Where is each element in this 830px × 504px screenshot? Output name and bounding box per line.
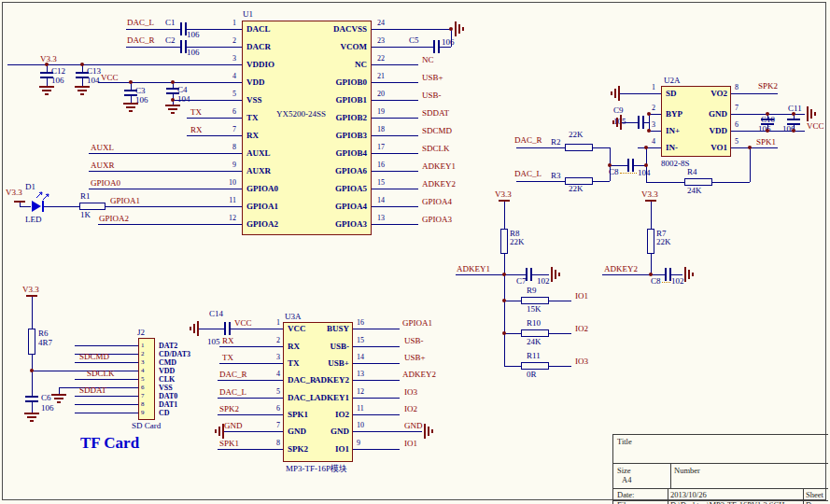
pin-number: 7 (265, 422, 280, 429)
pin-number: 8 (141, 400, 145, 408)
junction-dot (644, 163, 648, 167)
ground-icon (165, 105, 180, 106)
junction-dot (502, 331, 506, 335)
pin-number: 3 (218, 55, 236, 63)
wire (353, 329, 400, 329)
ref-label: 102 (537, 277, 550, 286)
pin-number: 5 (735, 138, 750, 146)
net-label: SPK2 (758, 82, 778, 91)
pin-number: 21 (377, 73, 396, 80)
pin-name: IO1 (289, 444, 349, 454)
capacitor (40, 77, 53, 78)
net-label: IO2 (575, 325, 588, 333)
net-label: USB- (404, 337, 424, 345)
capacitor (638, 116, 640, 129)
net-label: RX (222, 337, 234, 345)
wire (89, 189, 242, 189)
junction-dot (171, 80, 175, 84)
pin-name: GPIOB4 (276, 148, 367, 158)
ref-label: C1 (165, 19, 176, 27)
net-label: TX (190, 108, 202, 117)
capacitor (632, 159, 634, 172)
leader-dots (662, 282, 670, 283)
ref-label: C7 (516, 277, 527, 286)
pin-name: GPIOA6 (276, 166, 367, 175)
ground-icon (45, 93, 49, 95)
pin-name: DAT2 (159, 342, 177, 350)
pin-number: 3 (141, 358, 145, 366)
wire (218, 398, 283, 399)
pin-number: 24 (377, 20, 396, 27)
pin-name: VSS (246, 95, 262, 105)
pin-number: 16 (377, 161, 396, 169)
ground-icon (42, 90, 51, 91)
capacitor (25, 396, 38, 398)
net-label: GPIOA1 (402, 319, 432, 328)
ground-icon (218, 427, 220, 436)
wire (372, 206, 418, 207)
junction-dot (502, 299, 506, 302)
wire (32, 371, 138, 371)
ground-icon (428, 427, 429, 436)
net-label: DAC_R (219, 371, 247, 379)
ground-icon (555, 270, 556, 279)
capacitor (526, 268, 528, 281)
pin-number: 6 (265, 405, 280, 413)
capacitor (180, 22, 182, 35)
ground-icon (129, 110, 133, 112)
wire (32, 371, 33, 396)
ic-ref: U2A (664, 77, 681, 85)
ref-label: 22K (569, 131, 584, 139)
pin-name: DACVSS (276, 24, 367, 34)
junction-dot (449, 27, 453, 31)
net-label: DAC_R (127, 36, 155, 45)
pin-number: 9 (141, 409, 145, 416)
pin-name: NC (276, 60, 367, 69)
pin-number: 2 (640, 105, 655, 112)
pin-name: GPIOA4 (276, 202, 367, 211)
pin-name: VO1 (668, 143, 727, 152)
ref-label: R6 (38, 329, 49, 338)
wire (187, 135, 242, 136)
title-block-line (612, 488, 828, 489)
wire (231, 329, 283, 329)
ground-icon (692, 273, 694, 276)
wire (549, 301, 571, 301)
ref-label: C9 (613, 106, 624, 115)
pin-number: 5 (265, 388, 280, 396)
ground-icon (215, 429, 217, 433)
pin-name: CMD (159, 358, 176, 367)
pin-number: 7 (141, 392, 145, 399)
power-bar-icon (499, 200, 510, 202)
pin-number: 16 (357, 319, 372, 327)
pin-number: 2 (218, 37, 236, 45)
title-block-date-value: 2013/10/26 (670, 491, 707, 499)
pin-name: GPIOA0 (246, 184, 278, 193)
net-label: IO2 (404, 405, 417, 413)
wire (89, 153, 242, 154)
ground-icon (558, 273, 560, 276)
pin-number: 8 (218, 144, 236, 151)
pin-number: 19 (377, 108, 396, 116)
wire (131, 96, 132, 103)
ref-label: 105 (207, 338, 220, 346)
wire (440, 47, 451, 48)
capacitor (76, 77, 89, 78)
title-block-date-label: Date: (617, 491, 634, 499)
wire (219, 363, 283, 364)
junction-dot (792, 112, 795, 116)
net-label: AUXR (91, 161, 115, 170)
ic-part: 8002-8S (661, 160, 690, 168)
net-label: VCC (101, 74, 119, 82)
title-block-size-value: A4 (622, 476, 631, 484)
pin-number: 2 (141, 350, 145, 357)
wire (44, 206, 79, 207)
net-label: DAC_R (514, 136, 542, 145)
wire (47, 78, 48, 86)
pin-number: 11 (357, 405, 372, 413)
ground-icon (424, 424, 426, 439)
wire (651, 202, 652, 229)
ic-caption: SD Card (132, 422, 161, 430)
resistor (684, 178, 712, 186)
pin-number: 1 (640, 84, 655, 91)
